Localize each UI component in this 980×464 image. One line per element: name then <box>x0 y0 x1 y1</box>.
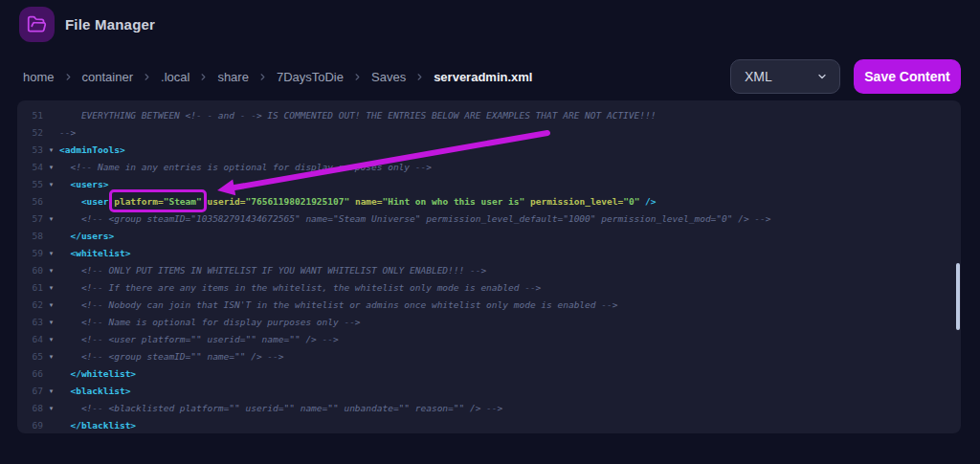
code-token: <whitelist> <box>59 248 130 258</box>
fold-spacer <box>43 365 59 383</box>
code-token: /> <box>639 196 656 207</box>
code-token: <blacklist> <box>59 386 130 396</box>
breadcrumb-item-local[interactable]: .local <box>161 70 189 84</box>
code-line: 53▾<adminTools> <box>17 142 961 159</box>
code-line: 68▾ <!-- <blacklisted platform="" userid… <box>17 400 961 417</box>
breadcrumb-item-home[interactable]: home <box>23 70 55 84</box>
fold-arrow-icon[interactable]: ▾ <box>43 210 59 228</box>
code-token: userid= <box>207 196 245 207</box>
code-token: <!-- <group steamID="" name="" /> --> <box>59 351 284 362</box>
code-token: </blacklist> <box>59 420 136 431</box>
chevron-right-icon <box>414 72 425 82</box>
code-text: EVERYTHING BETWEEN <!- - and - -> IS COM… <box>59 107 656 124</box>
chevron-right-icon <box>352 72 363 82</box>
fold-arrow-icon[interactable]: ▾ <box>43 279 59 297</box>
highlight-box: platform="Steam" <box>114 193 202 210</box>
code-line: 57▾ <!-- <group steamID="103582791434672… <box>17 210 961 228</box>
code-line: 51 EVERYTHING BETWEEN <!- - and - -> IS … <box>17 107 961 124</box>
line-number: 69 <box>17 417 43 433</box>
fold-arrow-icon[interactable]: ▾ <box>43 400 59 417</box>
code-line: 56 <user platform="Steam" userid="765611… <box>17 193 961 210</box>
fold-arrow-icon[interactable]: ▾ <box>43 348 59 365</box>
fold-arrow-icon[interactable]: ▾ <box>43 142 59 159</box>
line-number: 66 <box>17 365 43 383</box>
code-text: <user platform="Steam" userid="765611980… <box>59 193 657 210</box>
code-text: --> <box>59 124 76 142</box>
code-text: <!-- <blacklisted platform="" userid="" … <box>59 400 502 417</box>
language-select-value: XML <box>745 69 772 84</box>
page-title: File Manager <box>65 16 155 33</box>
code-editor[interactable]: 51 EVERYTHING BETWEEN <!- - and - -> IS … <box>17 100 961 433</box>
fold-arrow-icon[interactable]: ▾ <box>43 314 59 331</box>
fold-arrow-icon[interactable]: ▾ <box>43 297 59 314</box>
code-line: 63▾ <!-- Name is optional for display pu… <box>17 314 961 331</box>
code-lines: 51 EVERYTHING BETWEEN <!- - and - -> IS … <box>17 107 961 433</box>
language-select[interactable]: XML <box>730 59 840 94</box>
code-line: 60▾ <!-- ONLY PUT ITEMS IN WHITELIST IF … <box>17 262 961 279</box>
line-number: 65 <box>17 348 43 365</box>
app-header: File Manager <box>0 0 980 53</box>
code-line: 59▾ <whitelist> <box>17 245 961 262</box>
fold-spacer <box>43 107 59 124</box>
breadcrumb-item-saves[interactable]: Saves <box>371 70 406 84</box>
line-number: 54 <box>17 159 43 176</box>
fold-spacer <box>43 228 59 245</box>
code-line: 61▾ <!-- If there are any items in the w… <box>17 279 961 297</box>
code-text: <!-- <user platform="" userid="" name=""… <box>59 331 339 348</box>
code-token: <!-- Name is optional for display purpos… <box>59 317 361 327</box>
fold-spacer <box>43 193 59 210</box>
code-text: <!-- <group steamID="" name="" /> --> <box>59 348 284 365</box>
code-token: <!-- If there are any items in the white… <box>59 282 541 293</box>
fold-spacer <box>43 417 59 433</box>
chevron-down-icon <box>816 71 828 82</box>
breadcrumb-item-container[interactable]: container <box>82 70 133 84</box>
code-line: 66 </whitelist> <box>17 365 961 383</box>
code-text: <!-- Name is optional for display purpos… <box>59 314 361 331</box>
code-line: 69 </blacklist> <box>17 417 961 433</box>
code-text: <!-- <group steamID="103582791434672565"… <box>59 210 771 228</box>
code-token: <!-- ONLY PUT ITEMS IN WHITELIST IF YOU … <box>59 265 486 276</box>
code-line: 58 </users> <box>17 228 961 245</box>
fold-arrow-icon[interactable]: ▾ <box>43 383 59 400</box>
code-text: <!-- Nobody can join that ISN'T in the w… <box>59 297 617 314</box>
breadcrumb-item-share[interactable]: share <box>217 70 249 84</box>
fold-arrow-icon[interactable]: ▾ <box>43 159 59 176</box>
code-token: EVERYTHING BETWEEN <!- - and - -> IS COM… <box>59 110 656 121</box>
chevron-right-icon <box>142 72 152 82</box>
code-token: "0" <box>623 196 639 207</box>
fold-arrow-icon[interactable]: ▾ <box>43 331 59 348</box>
scrollbar-thumb[interactable] <box>956 263 960 330</box>
fold-arrow-icon[interactable]: ▾ <box>43 262 59 279</box>
line-number: 67 <box>17 383 43 400</box>
folder-icon <box>19 7 55 42</box>
code-text: <users> <box>59 176 108 193</box>
save-content-button[interactable]: Save Content <box>854 59 961 94</box>
code-token: name= <box>355 196 383 207</box>
code-token: </whitelist> <box>59 368 136 379</box>
line-number: 59 <box>17 245 43 262</box>
code-text: <!-- ONLY PUT ITEMS IN WHITELIST IF YOU … <box>59 262 486 279</box>
code-token: <users> <box>59 179 108 189</box>
code-token: <!-- <group steamID="103582791434672565"… <box>59 213 771 224</box>
code-line: 65▾ <!-- <group steamID="" name="" /> --… <box>17 348 961 365</box>
fold-arrow-icon[interactable]: ▾ <box>43 176 59 193</box>
code-line: 52--> <box>17 124 961 142</box>
code-line: 54▾ <!-- Name in any entries is optional… <box>17 159 961 176</box>
code-line: 62▾ <!-- Nobody can join that ISN'T in t… <box>17 297 961 314</box>
chevron-right-icon <box>257 72 268 82</box>
code-text: <!-- Name in any entries is optional for… <box>59 159 432 176</box>
breadcrumb: homecontainer.localshare7DaysToDieSavess… <box>23 55 532 98</box>
line-number: 68 <box>17 400 43 417</box>
breadcrumb-item-7daystodie[interactable]: 7DaysToDie <box>277 70 344 84</box>
line-number: 58 <box>17 228 43 245</box>
chevron-right-icon <box>63 72 74 82</box>
code-text: </users> <box>59 228 114 245</box>
code-token: "Hint on who this user is" <box>383 196 525 207</box>
fold-arrow-icon[interactable]: ▾ <box>43 245 59 262</box>
code-token: permission_level= <box>530 196 623 207</box>
code-text: <!-- If there are any items in the white… <box>59 279 541 297</box>
line-number: 62 <box>17 297 43 314</box>
line-number: 64 <box>17 331 43 348</box>
code-token: <!-- Name in any entries is optional for… <box>59 162 432 172</box>
line-number: 57 <box>17 210 43 228</box>
